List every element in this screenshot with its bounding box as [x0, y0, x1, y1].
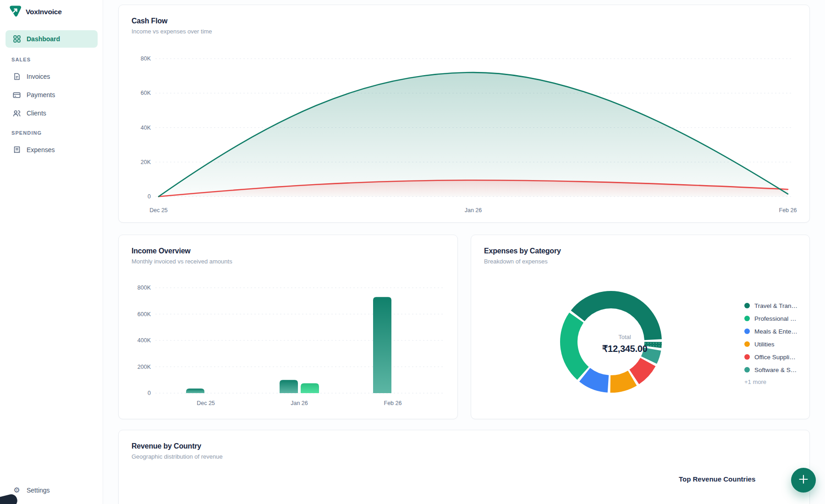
invoice-document-icon: [13, 73, 21, 81]
axis-tick-label: Dec 25: [149, 207, 168, 214]
axis-tick-label: 20K: [141, 159, 151, 165]
sidebar-item-label: Invoices: [27, 73, 50, 80]
axis-tick-label: 200K: [138, 364, 151, 370]
sidebar-item-label: Expenses: [27, 146, 55, 153]
axis-tick-label: 600K: [138, 311, 151, 318]
legend-dot-icon: [744, 367, 750, 373]
legend-label: Utilities: [754, 341, 775, 348]
donut-segment-1: [569, 318, 583, 373]
cash-flow-chart: 020K40K60K80KDec 25Jan 26Feb 26: [127, 41, 801, 221]
card-subtitle: Income vs expenses over time: [132, 28, 212, 35]
sidebar-item-label: Clients: [27, 110, 46, 117]
axis-tick-label: Feb 26: [384, 400, 402, 406]
axis-tick-label: 60K: [141, 90, 151, 96]
legend-label: Professional …: [754, 315, 797, 322]
sidebar-item-settings[interactable]: ⚙ Settings: [6, 482, 98, 499]
axis-tick-label: 0: [148, 390, 151, 396]
legend-dot-icon: [744, 341, 750, 347]
axis-tick-label: Feb 26: [779, 207, 797, 214]
sidebar-item-payments[interactable]: Payments: [6, 86, 98, 104]
donut-segment-2: [585, 375, 608, 384]
brand-logo[interactable]: VoxInvoice: [9, 5, 62, 19]
card-subtitle: Geographic distribution of revenue: [132, 453, 223, 460]
receipt-icon: [13, 146, 21, 154]
legend-row: Utilities: [744, 338, 810, 351]
axis-tick-label: 800K: [138, 285, 151, 291]
received-bar: [301, 383, 319, 393]
income-overview-svg: 0200K400K600K800KDec 25Jan 26Feb 26: [127, 279, 450, 412]
card-title: Revenue by Country: [132, 442, 201, 450]
legend-dot-icon: [744, 316, 750, 321]
app-root: VoxInvoice Dashboard SALES Invoices: [0, 0, 825, 504]
cash-flow-svg: 020K40K60K80KDec 25Jan 26Feb 26: [127, 41, 801, 219]
income-overview-card: Income Overview Monthly invoiced vs rece…: [118, 235, 458, 419]
legend-row: Software & S…: [744, 363, 810, 376]
sidebar-item-label: Settings: [27, 487, 50, 494]
card-subtitle: Breakdown of expenses: [484, 258, 548, 265]
gear-icon: ⚙: [13, 487, 21, 494]
legend-row: Meals & Ente…: [744, 325, 810, 338]
sidebar-section-spending: SPENDING: [11, 130, 42, 136]
card-title: Cash Flow: [132, 17, 167, 25]
revenue-by-country-card: Revenue by Country Geographic distributi…: [118, 430, 810, 504]
legend-dot-icon: [744, 303, 750, 308]
legend-row: Professional …: [744, 312, 810, 325]
expenses-by-category-card: Expenses by Category Breakdown of expens…: [471, 235, 810, 419]
sidebar-section-sales: SALES: [11, 57, 31, 62]
axis-tick-label: 40K: [141, 125, 151, 131]
axis-tick-label: Jan 26: [465, 207, 482, 214]
axis-tick-label: 80K: [141, 55, 151, 62]
axis-tick-label: Dec 25: [197, 400, 215, 406]
sidebar-item-dashboard[interactable]: Dashboard: [6, 30, 98, 48]
card-subtitle: Monthly invoiced vs received amounts: [132, 258, 232, 265]
brand-name: VoxInvoice: [26, 8, 62, 16]
legend-dot-icon: [744, 354, 750, 360]
donut-segment-4: [634, 362, 648, 377]
income-overview-chart: 0200K400K600K800KDec 25Jan 26Feb 26: [127, 279, 450, 414]
legend-label: Software & S…: [754, 367, 797, 373]
voxinvoice-logo-icon: [9, 5, 22, 19]
cash-flow-card: Cash Flow Income vs expenses over time 0…: [118, 5, 810, 223]
expenses-legend: Travel & Tran…Professional …Meals & Ente…: [744, 299, 810, 385]
legend-row: Travel & Tran…: [744, 299, 810, 312]
donut-segment-6: [653, 342, 653, 347]
axis-tick-label: 0: [148, 193, 151, 200]
donut-segment-3: [610, 378, 632, 384]
top-revenue-countries-heading: Top Revenue Countries: [679, 475, 755, 483]
world-map-fragment: [348, 484, 586, 504]
add-button[interactable]: [791, 468, 816, 493]
legend-label: Office Suppli…: [754, 354, 796, 361]
card-title: Income Overview: [132, 247, 191, 255]
invoiced-bar: [186, 389, 204, 393]
sidebar-item-label: Payments: [27, 91, 55, 99]
axis-tick-label: 400K: [138, 337, 151, 344]
plus-icon: [798, 473, 809, 487]
users-icon: [13, 110, 21, 117]
invoiced-bar: [373, 297, 391, 393]
sidebar-item-label: Dashboard: [27, 35, 60, 43]
invoiced-bar: [280, 380, 298, 393]
income-area: [159, 72, 788, 197]
credit-card-icon: [13, 91, 21, 99]
expenses-donut-svg: [542, 273, 680, 411]
sidebar-item-clients[interactable]: Clients: [6, 104, 98, 122]
expenses-donut-chart: [542, 273, 680, 412]
axis-tick-label: Jan 26: [291, 400, 308, 406]
legend-label: Meals & Ente…: [754, 328, 798, 335]
legend-more-link[interactable]: +1 more: [744, 378, 810, 385]
legend-dot-icon: [744, 329, 750, 334]
legend-row: Office Suppli…: [744, 351, 810, 363]
donut-segment-0: [578, 300, 653, 340]
legend-label: Travel & Tran…: [754, 302, 798, 309]
sidebar-item-invoices[interactable]: Invoices: [6, 68, 98, 85]
sidebar-item-expenses[interactable]: Expenses: [6, 141, 98, 159]
sidebar: VoxInvoice Dashboard SALES Invoices: [0, 0, 103, 504]
dashboard-grid-icon: [13, 35, 21, 43]
card-title: Expenses by Category: [484, 247, 561, 255]
donut-segment-5: [649, 349, 653, 360]
